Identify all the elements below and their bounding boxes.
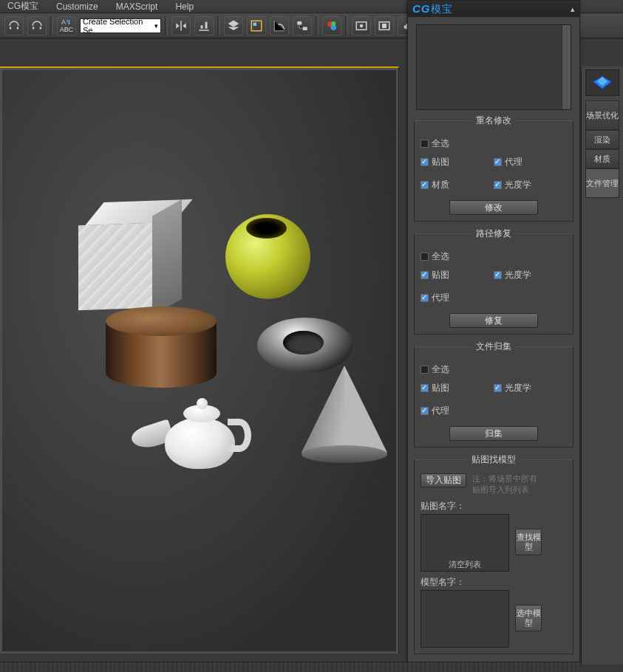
- schematic-view-icon[interactable]: [293, 16, 312, 35]
- scene-object-teapot[interactable]: [132, 395, 265, 476]
- svg-point-8: [360, 24, 364, 27]
- group-findmodel-title: 贴图找模型: [467, 453, 520, 466]
- group-collect-title: 文件归集: [471, 340, 516, 353]
- map-name-label: 贴图名字：: [421, 500, 567, 512]
- group-rename: 重名修改 全选 贴图 代理 材质 光度学 修改: [414, 114, 573, 222]
- group-findmodel: 贴图找模型 导入贴图 注：将场景中所有 贴图导入到列表 贴图名字： 清空列表 查…: [414, 453, 573, 654]
- mirror-icon[interactable]: [171, 16, 191, 35]
- render-setup-icon[interactable]: [352, 16, 371, 35]
- side-tab-render[interactable]: 渲染: [585, 130, 619, 149]
- select-model-button[interactable]: 选中模型: [515, 605, 542, 631]
- svg-rect-3: [303, 27, 307, 30]
- render-frame-icon[interactable]: [375, 16, 394, 35]
- rename-opt-ies[interactable]: 光度学: [494, 179, 567, 191]
- layers-icon[interactable]: [224, 16, 243, 35]
- menu-item-customize[interactable]: Customize: [56, 1, 98, 12]
- selection-set-text: Create Selection Se: [83, 17, 154, 35]
- align-icon[interactable]: [194, 16, 214, 35]
- side-tab-material[interactable]: 材质: [585, 149, 619, 168]
- scene-object-sphere[interactable]: [225, 214, 310, 299]
- dropdown-arrow-icon: ▾: [154, 22, 158, 30]
- panel-logo-diamond-icon[interactable]: [585, 69, 619, 96]
- panel-titlebar[interactable]: CG模宝 ▴: [408, 1, 579, 17]
- scene-object-cone[interactable]: [302, 366, 390, 462]
- curve-editor-icon[interactable]: [270, 16, 289, 35]
- toolbar-separator: [217, 16, 220, 35]
- toolbar-separator: [345, 16, 348, 35]
- find-model-button[interactable]: 查找模型: [515, 529, 542, 555]
- perspective-viewport[interactable]: [0, 66, 399, 654]
- rename-opt-material[interactable]: 材质: [421, 179, 494, 191]
- headphones-b-icon[interactable]: [27, 16, 47, 35]
- panel-logo: CG模宝: [412, 2, 453, 16]
- preview-box: [416, 24, 571, 110]
- model-name-label: 模型名字：: [421, 576, 567, 589]
- cg-mobao-panel: CG模宝 ▴ 重名修改 全选 贴图 代理 材质 光度学 修改 路径修复: [407, 0, 580, 669]
- repath-opt-map[interactable]: 贴图: [421, 269, 494, 281]
- repath-select-all-checkbox[interactable]: [421, 253, 429, 261]
- abc-rename-icon[interactable]: A↯ABC: [57, 16, 76, 35]
- side-tab-scene-optimize[interactable]: 场景优化: [585, 100, 619, 130]
- findmodel-note: 注：将场景中所有: [472, 473, 567, 484]
- toolbar-separator: [316, 16, 319, 35]
- rename-apply-button[interactable]: 修改: [449, 200, 538, 215]
- repath-select-all[interactable]: 全选: [421, 250, 567, 263]
- collect-opt-map[interactable]: 贴图: [421, 382, 494, 394]
- scene-object-box[interactable]: [78, 200, 173, 312]
- scene-object-cylinder[interactable]: [106, 306, 217, 388]
- headphones-a-icon[interactable]: [4, 16, 24, 35]
- group-collect: 文件归集 全选 贴图 光度学 代理 归集: [414, 340, 573, 448]
- repath-opt-proxy[interactable]: 代理: [421, 292, 494, 304]
- preview-scrollbar[interactable]: [562, 25, 571, 109]
- group-repath-title: 路径修复: [471, 227, 516, 240]
- menu-item-help[interactable]: Help: [175, 1, 194, 12]
- findmodel-note-2: 贴图导入到列表: [472, 484, 567, 496]
- panel-collapse-icon[interactable]: ▴: [571, 4, 575, 14]
- svg-rect-2: [297, 21, 302, 25]
- rename-select-all[interactable]: 全选: [421, 137, 567, 150]
- svg-point-6: [331, 21, 336, 26]
- toolbar-separator: [165, 16, 168, 35]
- side-tab-file-manage[interactable]: 文件管理: [585, 168, 619, 198]
- menu-item-maxscript[interactable]: MAXScript: [116, 1, 158, 12]
- right-command-panel: 场景优化 渲染 材质 文件管理: [581, 66, 623, 665]
- scene-explorer-icon[interactable]: [247, 16, 266, 35]
- collect-select-all-checkbox[interactable]: [421, 366, 429, 374]
- collect-apply-button[interactable]: 归集: [449, 426, 538, 441]
- timeline-track[interactable]: [0, 662, 580, 672]
- rename-opt-proxy[interactable]: 代理: [494, 156, 567, 168]
- import-map-button[interactable]: 导入贴图: [421, 473, 466, 487]
- material-editor-icon[interactable]: [322, 16, 341, 35]
- collect-select-all[interactable]: 全选: [421, 363, 567, 376]
- rename-opt-map[interactable]: 贴图: [421, 156, 494, 168]
- repath-apply-button[interactable]: 修复: [449, 313, 538, 328]
- clear-list-button[interactable]: 清空列表: [421, 559, 508, 570]
- svg-rect-1: [253, 22, 257, 26]
- toolbar-separator: [50, 16, 53, 35]
- group-rename-title: 重名修改: [471, 114, 516, 127]
- rename-select-all-checkbox[interactable]: [421, 140, 429, 148]
- scene-object-torus[interactable]: [257, 318, 353, 373]
- model-name-list[interactable]: [421, 590, 509, 648]
- map-name-list[interactable]: 清空列表: [421, 514, 509, 572]
- menu-item-cgmobao[interactable]: CG模宝: [7, 0, 38, 13]
- collect-opt-proxy[interactable]: 代理: [421, 405, 494, 417]
- collect-opt-ies[interactable]: 光度学: [494, 382, 567, 394]
- repath-opt-ies[interactable]: 光度学: [494, 269, 567, 281]
- selection-set-dropdown[interactable]: Create Selection Se ▾: [80, 18, 161, 33]
- viewport-canvas[interactable]: [2, 70, 396, 651]
- group-repath: 路径修复 全选 贴图 光度学 代理 修复: [414, 227, 573, 335]
